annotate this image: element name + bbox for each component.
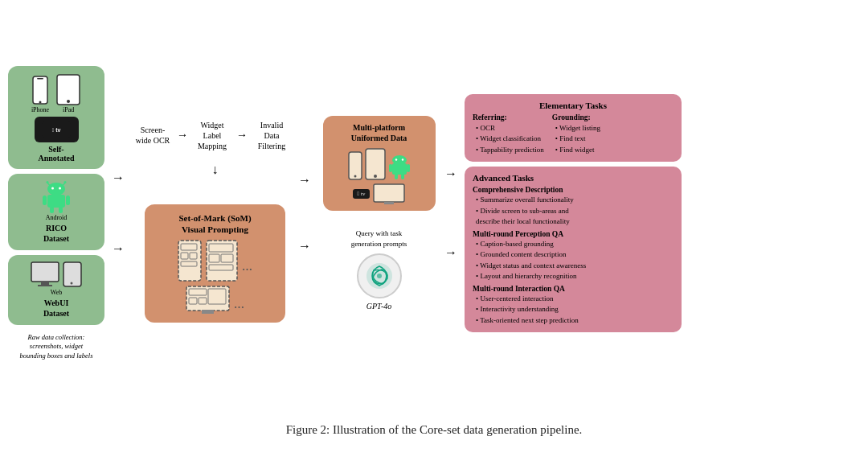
svg-rect-48 bbox=[389, 164, 392, 172]
svg-point-2 bbox=[39, 101, 41, 104]
arrow-down-to-som: ↓ bbox=[212, 163, 219, 177]
referring-item-1: Widget classification bbox=[476, 134, 544, 145]
unified-devices-row bbox=[330, 148, 429, 180]
svg-rect-53 bbox=[384, 202, 394, 204]
top-flow-steps: Screen- wide OCR → Widget Label Mapping … bbox=[132, 120, 293, 151]
interaction-item-1: Interactivity understanding bbox=[476, 304, 674, 315]
svg-point-46 bbox=[401, 159, 403, 161]
svg-rect-19 bbox=[31, 262, 59, 282]
raw-data-caption: Raw data collection: screenshots, widget… bbox=[8, 333, 104, 360]
openai-logo bbox=[365, 261, 394, 290]
figure-caption: Figure 2: Illustration of the Core-set d… bbox=[286, 423, 583, 437]
android-robot-icon bbox=[40, 180, 72, 214]
unified-android-icon bbox=[388, 153, 411, 180]
perception-item-0: Caption-based grounding bbox=[476, 239, 674, 250]
rico-label: RICODataset bbox=[13, 223, 100, 244]
android-section: Android bbox=[13, 180, 100, 221]
unified-appletv: tv bbox=[353, 189, 369, 199]
iphone-ipad-row: iPhone iPad bbox=[13, 74, 100, 113]
gpt-section: Query with task generation prompts GPT-4… bbox=[333, 228, 425, 310]
widget-mapping-step: Widget Label Mapping bbox=[191, 120, 233, 151]
appletv-symbol:  bbox=[357, 191, 359, 197]
referring-item-0: OCR bbox=[476, 123, 544, 134]
elementary-tasks-title: Elementary Tasks bbox=[473, 101, 674, 110]
right-tasks-column: Elementary Tasks Referring: OCR Widget c… bbox=[465, 94, 682, 333]
svg-rect-15 bbox=[43, 195, 47, 205]
gpt-icon-circle bbox=[357, 253, 402, 298]
som-devices-row-2: … bbox=[153, 286, 277, 315]
svg-point-13 bbox=[59, 187, 61, 190]
ipad-icon bbox=[55, 74, 81, 106]
unified-phone-1 bbox=[348, 151, 362, 180]
svg-rect-20 bbox=[41, 282, 49, 285]
elementary-tasks-cols: Referring: OCR Widget classification Tap… bbox=[473, 113, 674, 156]
referring-col: Referring: OCR Widget classification Tap… bbox=[473, 113, 544, 156]
grounding-item-0: Widget listing bbox=[555, 123, 600, 134]
pipeline-steps: Screen- wide OCR → Widget Label Mapping … bbox=[132, 104, 289, 323]
svg-rect-47 bbox=[392, 163, 407, 175]
svg-text: tv:  tv bbox=[52, 127, 61, 133]
som-devices-row: … bbox=[153, 240, 277, 282]
arrow-unified-to-tasks: → bbox=[444, 167, 457, 181]
referring-header: Referring: bbox=[473, 113, 544, 121]
elementary-tasks-box: Elementary Tasks Referring: OCR Widget c… bbox=[465, 94, 682, 163]
self-annotated-box: iPhone iPad  tv bbox=[8, 66, 104, 169]
grounding-item-1: Find text bbox=[555, 134, 600, 145]
unified-monitor bbox=[373, 183, 405, 204]
arrow-widget-to-filter: → bbox=[236, 129, 248, 142]
svg-rect-51 bbox=[401, 174, 404, 179]
svg-point-11 bbox=[47, 183, 65, 195]
arrow-som-to-gpt: → bbox=[298, 239, 311, 253]
gpt-query-label: Query with task generation prompts bbox=[333, 228, 425, 249]
unified-data-box: Multi-platform Uniformed Data bbox=[323, 116, 436, 211]
svg-rect-14 bbox=[47, 195, 65, 208]
som-box: Set-of-Mark (SoM) Visual Prompting bbox=[145, 204, 285, 323]
appletv-icon:  tv bbox=[40, 120, 72, 139]
perception-qa-header: Multi-round Perception QA bbox=[473, 230, 674, 238]
center-column: Multi-platform Uniformed Data bbox=[321, 116, 437, 310]
arrow-filter-to-unified: → bbox=[298, 173, 311, 187]
unified-tablet-1 bbox=[365, 148, 386, 180]
comp-desc-item-1: Divide screen to sub-areas and describe … bbox=[476, 206, 674, 228]
som-section: ↓ Set-of-Mark (SoM) Visual Prompting bbox=[145, 163, 285, 323]
monitor-icon bbox=[31, 261, 59, 287]
android-label: Android bbox=[46, 214, 68, 221]
interaction-item-2: Task-oriented next step prediction bbox=[476, 315, 674, 327]
svg-rect-16 bbox=[66, 195, 70, 205]
som-phone-1 bbox=[178, 240, 202, 282]
svg-point-23 bbox=[71, 282, 73, 285]
middle-arrows: → → bbox=[293, 173, 316, 253]
perception-item-2: Widget status and context awareness bbox=[476, 261, 674, 272]
arrow-right-2: → bbox=[112, 241, 125, 256]
right-arrows: → → bbox=[442, 167, 460, 260]
svg-rect-18 bbox=[59, 207, 63, 213]
svg-rect-17 bbox=[50, 207, 54, 213]
appletv-section:  tv bbox=[13, 117, 100, 142]
svg-point-45 bbox=[395, 159, 396, 161]
ocr-step: Screen- wide OCR bbox=[132, 125, 174, 146]
webui-label: WebUIDataset bbox=[13, 298, 100, 319]
svg-rect-24 bbox=[178, 241, 201, 281]
appletv-text: tv bbox=[361, 191, 365, 197]
gpt-label-text: GPT-4o bbox=[366, 302, 391, 311]
som-dots-2: … bbox=[234, 298, 244, 311]
advanced-tasks-title: Advanced Tasks bbox=[473, 173, 674, 183]
grounding-header: Grounding: bbox=[552, 113, 600, 121]
web-devices-row bbox=[13, 261, 100, 287]
ipad-label: iPad bbox=[63, 106, 74, 113]
perception-item-3: Layout and hierarchy recognition bbox=[476, 271, 674, 282]
som-tablet-1 bbox=[206, 240, 238, 282]
arrow-right-1: → bbox=[112, 171, 125, 185]
svg-rect-49 bbox=[407, 164, 410, 172]
svg-rect-50 bbox=[395, 174, 398, 179]
svg-point-43 bbox=[374, 175, 377, 178]
iphone-label: iPhone bbox=[31, 106, 49, 113]
arrow-gpt-to-tasks: → bbox=[444, 245, 457, 260]
svg-rect-1 bbox=[37, 78, 43, 80]
unified-data-title: Multi-platform Uniformed Data bbox=[330, 122, 429, 143]
appletv-device:  tv bbox=[35, 117, 79, 142]
arrow-ocr-to-widget: → bbox=[177, 129, 188, 142]
tablet-sm-icon bbox=[63, 261, 82, 287]
referring-item-2: Tappability prediction bbox=[476, 145, 544, 156]
svg-point-41 bbox=[354, 175, 356, 178]
